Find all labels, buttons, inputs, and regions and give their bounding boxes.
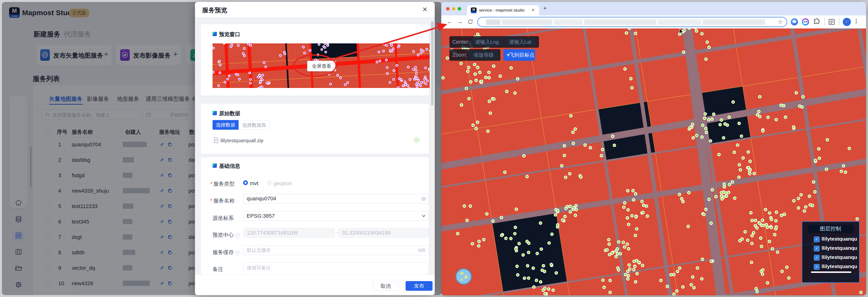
crs-select[interactable]: EPSG:3857 <box>243 211 429 221</box>
cache-unit: MB <box>418 246 425 255</box>
center-label: Center: <box>452 39 470 45</box>
tab-title: service - mapmost studio <box>479 8 525 13</box>
radio-geojson[interactable] <box>267 181 272 185</box>
layer-checkbox[interactable]: ✓ <box>814 237 819 242</box>
clear-input-icon[interactable]: × <box>422 197 426 201</box>
basic-info-card: 基础信息 *服务类型 mvt geojson *服务名称 quanqu0704 … <box>201 157 429 275</box>
cache-input[interactable]: 默认无缓存 MB <box>243 245 429 255</box>
browser-menu-kebab-icon[interactable] <box>856 18 857 24</box>
address-bar[interactable]: ☆ <box>477 17 787 27</box>
url-redacted <box>584 20 656 25</box>
url-redacted <box>486 20 500 25</box>
info-circle-icon: ? <box>235 233 240 238</box>
extension-gradient-icon[interactable] <box>802 18 809 26</box>
browser-tab[interactable]: M service - mapmost studio ✕ <box>467 5 539 16</box>
chevron-down-icon <box>422 215 425 217</box>
url-redacted <box>703 20 765 25</box>
center-lat-input: 31.32000219434186 <box>338 228 429 238</box>
info-circle-icon: ? <box>235 251 240 255</box>
modal-header: 服务预览 ✕ <box>195 2 435 18</box>
profile-avatar[interactable] <box>843 18 851 26</box>
layer-label: llilytestquanqu <box>822 254 857 260</box>
center-separator: - <box>336 231 337 235</box>
service-name-input[interactable]: quanqu0704 × <box>243 194 429 204</box>
minimize-window-icon[interactable]: − <box>452 7 456 10</box>
service-name-value: quanqu0704 <box>247 195 276 201</box>
layer-panel-scrollbar[interactable] <box>811 271 851 273</box>
url-redacted <box>658 20 701 25</box>
lng-input[interactable]: 请输入Lng <box>471 38 502 46</box>
source-section-title: 原始数据 <box>219 110 240 117</box>
crs-label: 源坐标系 <box>213 215 234 222</box>
toolbar-divider <box>825 18 825 26</box>
center-control: Center: 请输入Lng 请输入Lat <box>450 36 539 48</box>
close-window-icon[interactable]: × <box>446 7 450 10</box>
layer-row: ✓llilytestquanqu <box>802 244 860 253</box>
radio-mvt-label: mvt <box>250 180 258 187</box>
modal-close-icon[interactable]: ✕ <box>422 6 428 13</box>
center-lng-input: 120.77430871681165 <box>243 228 335 238</box>
source-data-card: 原始数据 选择数据 选择数据库 llilytestquanquall.zip <box>201 104 429 154</box>
maximize-window-icon[interactable]: + <box>458 7 461 10</box>
fly-button-label: 飞到目标点 <box>509 52 535 58</box>
url-redacted <box>502 20 552 25</box>
browser-window: × − + M service - mapmost studio ✕ + ← →… <box>441 2 866 295</box>
lat-input[interactable]: 请输入Lat <box>505 38 535 46</box>
section-flag-icon <box>213 32 217 36</box>
cancel-button[interactable]: 取消 <box>372 281 399 291</box>
note-textarea[interactable]: 请填写备注 <box>243 262 429 275</box>
zoom-control: Zoom: 缩放等级 <box>450 49 500 61</box>
zoom-input[interactable]: 缩放等级 <box>469 51 498 59</box>
browser-tab-strip: × − + M service - mapmost studio ✕ + <box>441 2 866 16</box>
layer-row: ✓llilytestquanqu <box>802 235 860 243</box>
layer-checkbox[interactable]: ✓ <box>814 255 819 261</box>
select-data-button[interactable]: 选择数据 <box>213 120 239 130</box>
toolbar-divider <box>839 18 839 26</box>
select-database-button[interactable]: 选择数据库 <box>239 120 270 130</box>
service-name-label: *服务名称 <box>210 197 235 205</box>
modal-title: 服务预览 <box>202 6 227 15</box>
globe-logo-icon[interactable] <box>455 268 472 285</box>
modal-footer: 取消 发布 <box>195 275 435 295</box>
reading-list-icon[interactable] <box>828 18 836 26</box>
new-tab-icon[interactable]: + <box>543 5 547 11</box>
browser-toolbar: ← → ☆ <box>441 16 866 28</box>
layer-checkbox[interactable]: ✓ <box>814 264 819 270</box>
preview-center-label: 预览中心 ? <box>213 232 240 239</box>
tab-close-icon[interactable]: ✕ <box>531 8 535 12</box>
layer-checkbox[interactable]: ✓ <box>814 246 819 251</box>
radio-geojson-label: geojson <box>274 180 292 187</box>
zoom-label: Zoom: <box>452 52 467 58</box>
uploaded-file-name[interactable]: llilytestquanquall.zip <box>220 138 264 143</box>
layer-label: llilytestquanqu <box>822 236 857 242</box>
url-redacted <box>554 20 583 25</box>
cache-placeholder: 默认无缓存 <box>247 248 271 253</box>
service-cache-label: 服务缓存 ? <box>213 249 240 256</box>
fullscreen-view-button[interactable]: 全屏查看 <box>307 61 336 71</box>
modal-scrollbar[interactable] <box>431 21 434 106</box>
layer-label: llilytestquanqu <box>822 264 857 269</box>
fly-to-target-button[interactable]: 飞到目标点 <box>503 49 535 61</box>
tab-favicon: M <box>471 7 476 13</box>
layer-label: llilytestquanqu <box>822 245 857 251</box>
map-viewport[interactable]: Center: 请输入Lng 请输入Lat Zoom: 缩放等级 飞到目标点 图… <box>441 28 866 295</box>
back-icon[interactable]: ← <box>446 18 453 25</box>
preview-window-card: 预览窗口 全屏查看 <box>201 24 429 96</box>
paper-plane-icon <box>506 53 510 57</box>
note-placeholder: 请填写备注 <box>247 265 271 270</box>
layer-control-panel: 图层控制 ✓llilytestquanqu✓llilytestquanqu✓ll… <box>802 221 860 283</box>
extension-blue-icon[interactable] <box>791 18 798 26</box>
section-flag-icon <box>213 163 217 168</box>
reload-icon[interactable] <box>467 19 473 25</box>
service-type-label: *服务类型 <box>210 180 235 188</box>
layer-row: ✓llilytestquanqu <box>802 253 860 262</box>
forward-icon[interactable]: → <box>457 18 463 25</box>
preview-section-title: 预览窗口 <box>219 31 240 38</box>
extensions-puzzle-icon[interactable] <box>813 18 820 26</box>
layer-row: ✓llilytestquanqu <box>802 263 860 271</box>
section-flag-icon <box>213 111 217 115</box>
radio-mvt[interactable] <box>243 180 248 185</box>
publish-button[interactable]: 发布 <box>406 281 433 291</box>
bookmark-star-icon[interactable]: ☆ <box>777 19 783 25</box>
info-section-title: 基础信息 <box>219 162 240 170</box>
